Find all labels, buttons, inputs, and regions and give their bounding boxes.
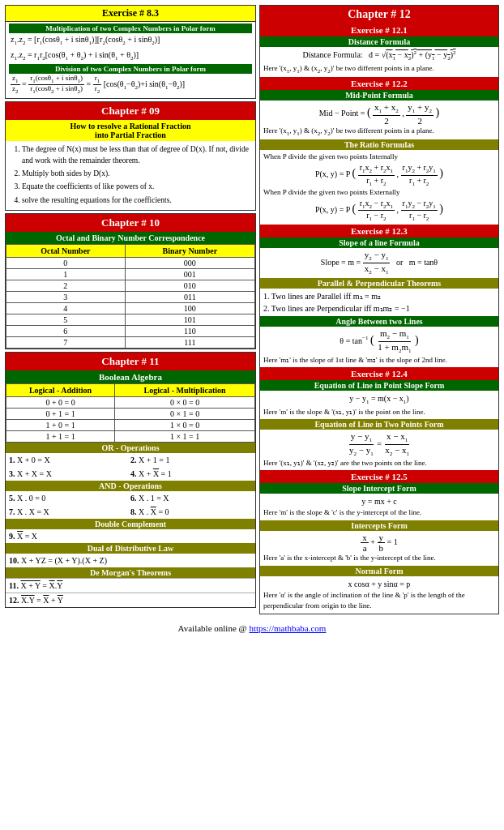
normal-title: Normal Form <box>260 566 498 576</box>
and-op-6: 6. X . 1 = X <box>130 492 252 504</box>
boolean-row: 0 + 0 = 00 × 0 = 0 <box>6 396 255 408</box>
and-ops-row2: 7. X . X = X 8. X . X = 0 <box>6 505 255 519</box>
midpoint-formula: Mid − Point = ( x1 + x2 2 , y1 + y2 2 ) <box>263 102 495 126</box>
ratio-body: When P divide the given two points Inter… <box>260 150 498 225</box>
slope-int-formula: y = mx + c <box>263 495 495 507</box>
ex121-formula-title: Distance Formula <box>260 36 498 47</box>
logical-add-header: Logical - Addition <box>6 383 115 396</box>
midpoint-note: Here '(x1, y1) & (x2, y2)' be two differ… <box>263 126 495 138</box>
and-op-8: 8. X . X = 0 <box>130 506 252 518</box>
ch12-title: Chapter # 12 <box>260 6 498 24</box>
ex123-body: Slope = m = y2 − y1 x2 − x1 or m = tanθ <box>260 248 498 278</box>
table-row: 5101 <box>6 314 255 325</box>
footer-text: Available online @ <box>178 623 250 633</box>
table-cell: 6 <box>6 325 126 336</box>
ex83-mult-title: Multiplication of two Complex Numbers in… <box>9 24 252 33</box>
ex83-div-formula: z1 z2 = r1(cosθ1 + i sinθ1) r1(cosθ2 + i… <box>9 74 252 96</box>
ex125-slope-int-title: Slope Intercept Form <box>260 483 498 494</box>
boolean-cell: 0 × 0 = 0 <box>115 396 255 408</box>
boolean-cell: 1 + 1 = 1 <box>6 430 115 442</box>
ex124-formula-title: Equation of Line in Point Slope Form <box>260 380 498 391</box>
binary-col-header: Binary Number <box>125 244 254 257</box>
parallel-body: 1. Two lines are Parallel iff m₁ = m₂ 2.… <box>260 289 498 316</box>
left-column: Exercise # 8.3 Multiplication of two Com… <box>5 5 256 617</box>
or-op-1: 1. X + 0 = X <box>9 454 130 466</box>
ch09-item-2: Multiply both sides by D(x). <box>22 168 250 179</box>
morgan-op1: 11. X + Y = X.Y <box>6 578 255 593</box>
angle-title: Angle Between two Lines <box>260 316 498 327</box>
ratio-title: The Ratio Formulas <box>260 139 498 150</box>
boolean-row: 0 + 1 = 10 × 1 = 0 <box>6 408 255 419</box>
ex83-div-title: Division of two Complex Numbers in Polar… <box>9 64 252 74</box>
ex83-title: Exercise # 8.3 <box>6 6 255 22</box>
ratio-internal-label: When P divide the given two points Inter… <box>263 152 495 163</box>
intercepts-body: x a + y b = 1 Here 'a' is the x-intercep… <box>260 531 498 566</box>
table-cell: 000 <box>125 257 254 268</box>
ex123-title: Exercise # 12.3 <box>260 225 498 237</box>
ratio-external-label: When P divide the given two points Exter… <box>263 187 495 199</box>
octal-table: Octal Number Binary Number 0000100120103… <box>6 244 255 349</box>
ch10-title: Chapter # 10 <box>6 214 255 232</box>
boolean-cell: 1 + 0 = 1 <box>6 419 115 430</box>
ch11-subtitle: Boolean Algebra <box>6 370 255 383</box>
ratio-internal-formula: P(x, y) = P ( r1x2 + r2x1 r1 + r2 , r1y2… <box>263 163 495 187</box>
table-cell: 5 <box>6 314 126 325</box>
ch09-subtitle: How to resolve a Rational Fractioninto P… <box>6 120 255 141</box>
parallel-p2: 2. Two lines are Perpendicular iff m₁m₂ … <box>263 302 495 314</box>
chapter-11-box: Chapter # 11 Boolean Algebra Logical - A… <box>5 352 256 608</box>
ch11-title: Chapter # 11 <box>6 353 255 370</box>
boolean-cell: 1 × 0 = 0 <box>115 419 255 430</box>
table-cell: 110 <box>125 325 254 336</box>
table-cell: 010 <box>125 280 254 291</box>
boolean-row: 1 + 1 = 11 × 1 = 1 <box>6 430 255 442</box>
table-row: 2010 <box>6 280 255 291</box>
and-ops-row1: 5. X . 0 = 0 6. X . 1 = X <box>6 491 255 505</box>
boolean-cell: 1 × 1 = 1 <box>115 430 255 442</box>
and-op-5: 5. X . 0 = 0 <box>9 492 130 504</box>
exercise-83-box: Exercise # 8.3 Multiplication of two Com… <box>5 5 256 99</box>
or-ops-row1: 1. X + 0 = X 2. X + 1 = 1 <box>6 453 255 467</box>
ch09-title: Chapter # 09 <box>6 102 255 120</box>
table-row: 6110 <box>6 325 255 336</box>
table-cell: 0 <box>6 257 126 268</box>
boolean-table: Logical - Addition Logical - Multiplicat… <box>6 383 255 443</box>
dbl-comp-op: 9. X = X <box>6 529 255 543</box>
table-row: 0000 <box>6 257 255 268</box>
dual-dist-op: 10. X + YZ = (X + Y).(X + Z) <box>6 554 255 567</box>
chapter-12-box: Chapter # 12 Exercise # 12.1 Distance Fo… <box>259 5 499 614</box>
footer: Available online @ https://mathbaba.com <box>5 623 499 633</box>
page-wrapper: Exercise # 8.3 Multiplication of two Com… <box>0 0 504 638</box>
two-points-title: Equation of Line in Two Points Form <box>260 419 498 430</box>
angle-note: Here 'm₁' is the slope of 1st line & 'm₂… <box>263 355 495 366</box>
and-ops-title: AND - Operations <box>6 481 255 491</box>
ex124-title: Exercise # 12.4 <box>260 367 498 380</box>
ex83-formula2: z1.z2 = r1r2[cos(θ1 + θ2) + i sin(θ1 + θ… <box>9 49 252 64</box>
table-cell: 111 <box>125 336 254 348</box>
boolean-cell: 0 + 0 = 0 <box>6 396 115 408</box>
slope-formula: Slope = m = y2 − y1 x2 − x1 or m = tanθ <box>263 250 495 276</box>
table-cell: 7 <box>6 336 126 348</box>
two-points-note: Here '(x₁, y₁)' & '(x₂, y₂)' are the two… <box>263 458 495 469</box>
two-points-formula: y − y1 y2 − y1 = x − x1 x2 − x1 <box>263 431 495 458</box>
ex121-title: Exercise # 12.1 <box>260 24 498 36</box>
table-row: 1001 <box>6 268 255 280</box>
footer-link[interactable]: https://mathbaba.com <box>249 623 326 633</box>
or-op-2: 2. X + 1 = 1 <box>130 454 252 466</box>
ex122-title: Exercise # 12.2 <box>260 77 498 90</box>
boolean-row: 1 + 0 = 11 × 0 = 0 <box>6 419 255 430</box>
ex124-body: y − y1 = m(x − x1) Here 'm' is the slope… <box>260 391 498 419</box>
right-column: Chapter # 12 Exercise # 12.1 Distance Fo… <box>259 5 499 617</box>
logical-mult-header: Logical - Multiplication <box>115 383 255 396</box>
ex121-body: Distance Formula: d = √(x1 − x2)2 + (y1 … <box>260 47 498 77</box>
or-op-3: 3. X + X = X <box>9 468 130 480</box>
ch09-item-1: The degree of N(x) must be less than tha… <box>22 143 250 167</box>
two-points-body: y − y1 y2 − y1 = x − x1 x2 − x1 Here '(x… <box>260 430 498 470</box>
and-op-7: 7. X . X = X <box>9 506 130 518</box>
ex83-body: Multiplication of two Complex Numbers in… <box>6 22 255 98</box>
slope-int-note: Here 'm' is the slope & 'c' is the y-int… <box>263 507 495 519</box>
table-row: 7111 <box>6 336 255 348</box>
table-row: 4100 <box>6 302 255 314</box>
ex125-title: Exercise # 12.5 <box>260 470 498 483</box>
chapter-10-box: Chapter # 10 Octal and Binary Number Cor… <box>5 213 256 349</box>
normal-note: Here 'α' is the angle of inclination of … <box>263 590 495 612</box>
